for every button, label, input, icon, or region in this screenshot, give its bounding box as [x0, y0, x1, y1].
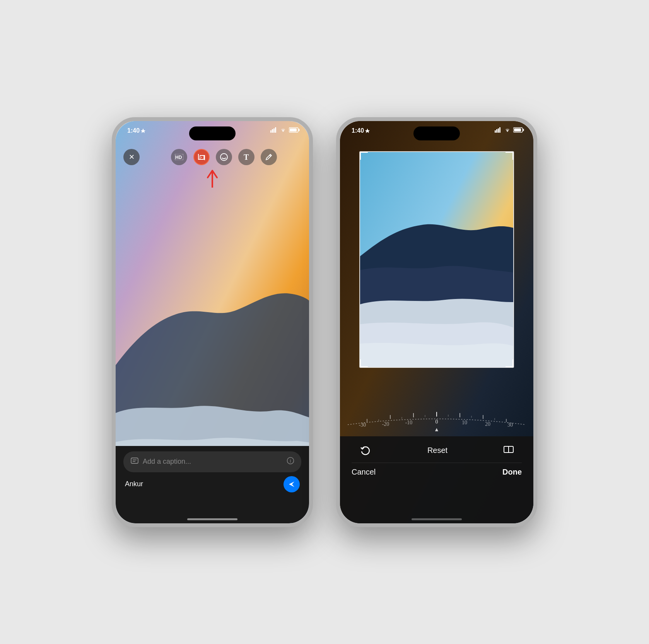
reset-button[interactable]: Reset: [427, 446, 447, 455]
svg-text:HD: HD: [175, 155, 182, 160]
draw-button[interactable]: [261, 149, 277, 165]
svg-text:-10: -10: [405, 420, 413, 425]
aspect-button[interactable]: [503, 444, 514, 457]
wifi-icon-2: [504, 127, 511, 133]
svg-text:-20: -20: [382, 421, 389, 427]
svg-rect-27: [514, 128, 521, 132]
phone-2-screen: 1:40: [340, 121, 533, 523]
dynamic-island: [189, 126, 236, 140]
send-icon: [288, 481, 295, 488]
caption-right-icon: i: [287, 457, 294, 466]
close-button[interactable]: ✕: [123, 149, 140, 165]
hd-icon: HD: [175, 154, 183, 160]
signal-icon-1: [270, 127, 277, 133]
crop-image: [360, 152, 513, 367]
text-button[interactable]: T: [238, 149, 254, 165]
action-row: Cancel Done: [352, 463, 522, 477]
svg-text:20: 20: [485, 421, 490, 427]
battery-icon-2: [513, 127, 524, 133]
home-indicator-1: [187, 518, 237, 520]
ruler-svg: -30 -20 -10 0 10 20 30: [340, 411, 533, 427]
info-icon: i: [287, 457, 294, 465]
caption-icon: [130, 457, 139, 466]
phone-1: 1:40: [112, 117, 313, 527]
signal-icon-2: [495, 127, 502, 133]
location-icon-2: [365, 128, 370, 133]
toolbar-1: ✕ HD: [116, 149, 309, 165]
ruler-pointer: ▲: [434, 426, 439, 432]
svg-point-11: [201, 157, 202, 158]
svg-text:0: 0: [436, 419, 438, 425]
status-time-1: 1:40: [127, 127, 145, 134]
rotate-icon: [359, 444, 372, 457]
crop-corner-tr[interactable]: [506, 151, 514, 160]
status-time-2: 1:40: [352, 127, 370, 134]
svg-rect-3: [273, 128, 275, 133]
draw-icon: [265, 153, 273, 161]
svg-text:i: i: [290, 458, 291, 464]
message-bar: Ankur: [123, 476, 301, 492]
svg-rect-24: [499, 127, 500, 133]
wifi-icon-1: [280, 127, 287, 133]
phone-1-screen: 1:40: [116, 121, 309, 523]
svg-rect-26: [523, 129, 524, 131]
svg-rect-2: [272, 129, 273, 133]
crop-button[interactable]: [193, 149, 210, 165]
rotation-ruler: -30 -20 -10 0 10 20 30 ▲: [340, 413, 533, 436]
svg-rect-15: [131, 458, 138, 463]
location-icon-1: [141, 128, 145, 133]
caption-bar[interactable]: Add a caption... i: [123, 451, 301, 472]
status-icons-1: [270, 127, 300, 133]
phone-2: 1:40: [336, 117, 537, 527]
crop-icon: [197, 153, 206, 161]
crop-area: [359, 151, 514, 368]
svg-rect-4: [275, 127, 276, 133]
battery-icon-1: [289, 127, 300, 133]
svg-rect-23: [498, 128, 499, 133]
bottom-controls-2: Reset Cancel Done: [340, 436, 533, 523]
crop-corner-bl[interactable]: [359, 359, 368, 368]
send-button[interactable]: [284, 476, 300, 492]
svg-text:30: 30: [507, 422, 513, 427]
sender-name: Ankur: [125, 480, 143, 488]
svg-text:-30: -30: [359, 422, 366, 427]
hd-button[interactable]: HD: [171, 149, 187, 165]
done-button[interactable]: Done: [502, 468, 522, 477]
svg-point-12: [220, 154, 227, 161]
svg-text:T: T: [244, 153, 249, 161]
toolbar-icons: HD: [171, 149, 277, 165]
caption-placeholder: Add a caption...: [143, 458, 283, 466]
text-icon: T: [243, 153, 250, 161]
bottom-bar-1: Add a caption... i Ankur: [116, 446, 309, 523]
sticker-icon: [220, 153, 228, 161]
home-indicator-2: [412, 518, 462, 520]
status-icons-2: [495, 127, 524, 133]
caption-svg-icon: [130, 457, 139, 465]
svg-rect-7: [290, 128, 297, 132]
rotate-button[interactable]: [359, 444, 372, 457]
red-arrow: [206, 168, 219, 189]
svg-rect-6: [299, 129, 300, 131]
svg-text:10: 10: [462, 420, 467, 425]
ruler-track: -30 -20 -10 0 10 20 30: [340, 413, 533, 425]
crop-corner-tl[interactable]: [359, 151, 368, 160]
edit-actions: Reset: [352, 444, 522, 457]
cancel-button[interactable]: Cancel: [352, 468, 376, 477]
svg-rect-21: [495, 130, 496, 133]
svg-rect-1: [270, 130, 272, 133]
crop-corner-br[interactable]: [506, 359, 514, 368]
sticker-button[interactable]: [216, 149, 232, 165]
dynamic-island-2: [413, 126, 460, 140]
svg-rect-22: [496, 129, 497, 133]
aspect-icon: [503, 444, 514, 455]
